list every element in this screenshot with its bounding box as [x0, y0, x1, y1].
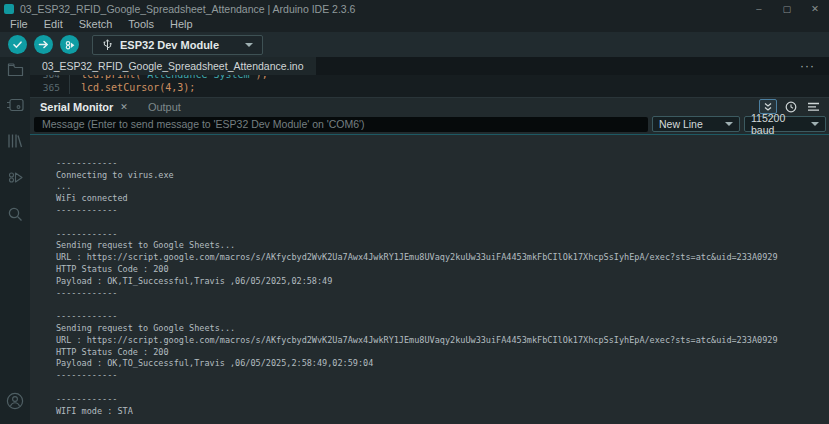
main-area: 03_ESP32_RFID_Google_Spreadsheet_Attenda… [0, 57, 829, 424]
menu-tools[interactable]: Tools [120, 17, 162, 32]
tab-serial-monitor[interactable]: Serial Monitor [40, 101, 113, 113]
serial-output-text: ------------ Connecting to virus.exe ...… [30, 135, 829, 417]
menu-help[interactable]: Help [162, 17, 201, 32]
debug-icon [64, 39, 76, 51]
toolbar: ESP32 Dev Module [0, 32, 829, 57]
code-line-365: 365 lcd.setCursor(4,3); [30, 81, 829, 94]
code-editor[interactable]: 364 lcd.print("Attendance System"); 365 … [30, 75, 829, 97]
chevron-down-icon [725, 122, 733, 126]
account-icon[interactable] [6, 392, 24, 410]
more-icon[interactable]: ··· [800, 57, 829, 75]
autoscroll-icon [763, 102, 773, 112]
arduino-ide-window: 03_ESP32_RFID_Google_Spreadsheet_Attenda… [0, 0, 829, 424]
line-ending-dropdown[interactable]: New Line [652, 116, 740, 132]
sketch-tab[interactable]: 03_ESP32_RFID_Google_Spreadsheet_Attenda… [30, 57, 316, 75]
serial-message-input[interactable] [34, 117, 648, 132]
activity-bar [0, 57, 30, 424]
serial-output-area[interactable]: ------------ Connecting to virus.exe ...… [30, 135, 829, 424]
search-icon[interactable] [7, 206, 23, 222]
line-number: 365 [30, 81, 60, 94]
board-selector-label: ESP32 Dev Module [120, 39, 219, 51]
minimize-button[interactable]: – [745, 0, 773, 17]
verify-button[interactable] [8, 35, 27, 54]
baud-rate-dropdown[interactable]: 115200 baud [744, 116, 826, 132]
window-controls: – ▢ ✕ [745, 0, 829, 17]
serial-monitor-panel: Serial Monitor ✕ Output [30, 97, 829, 424]
close-button[interactable]: ✕ [801, 0, 829, 17]
debug-button[interactable] [60, 35, 79, 54]
menu-edit[interactable]: Edit [36, 17, 71, 32]
line-ending-value: New Line [659, 118, 703, 130]
verify-icon [12, 39, 23, 50]
sketchbook-icon[interactable] [7, 62, 24, 77]
maximize-button[interactable]: ▢ [773, 0, 801, 17]
tab-output[interactable]: Output [148, 101, 181, 113]
board-selector[interactable]: ESP32 Dev Module [92, 35, 263, 55]
serial-message-row: New Line 115200 baud [30, 115, 829, 134]
library-manager-icon[interactable] [7, 133, 23, 149]
code-text: lcd.setCursor(4,3); [69, 81, 195, 94]
title-bar: 03_ESP32_RFID_Google_Spreadsheet_Attenda… [0, 0, 829, 17]
editor-content: 03_ESP32_RFID_Google_Spreadsheet_Attenda… [30, 57, 829, 424]
menu-file[interactable]: File [2, 17, 36, 32]
sketch-tab-label: 03_ESP32_RFID_Google_Spreadsheet_Attenda… [42, 60, 304, 72]
usb-icon [102, 38, 113, 51]
menu-sketch[interactable]: Sketch [71, 17, 121, 32]
clear-output-icon [807, 102, 820, 112]
menu-bar: File Edit Sketch Tools Help [0, 17, 829, 32]
timestamp-icon [785, 101, 797, 113]
app-icon [4, 4, 14, 14]
serial-monitor-header: Serial Monitor ✕ Output [30, 98, 829, 115]
baud-rate-value: 115200 baud [751, 112, 811, 136]
close-icon[interactable]: ✕ [120, 102, 128, 112]
chevron-down-icon [245, 43, 253, 47]
editor-tab-strip: 03_ESP32_RFID_Google_Spreadsheet_Attenda… [30, 57, 829, 75]
chevron-down-icon [811, 122, 819, 126]
boards-manager-icon[interactable] [6, 98, 24, 112]
window-title: 03_ESP32_RFID_Google_Spreadsheet_Attenda… [20, 3, 355, 15]
upload-icon [38, 39, 49, 50]
upload-button[interactable] [34, 35, 53, 54]
debug-sidebar-icon[interactable] [7, 170, 24, 185]
